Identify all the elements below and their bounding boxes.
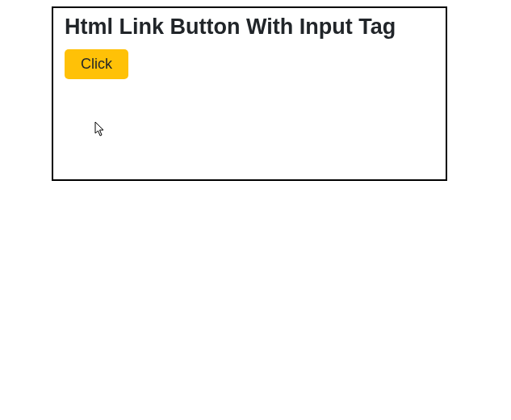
- demo-panel: Html Link Button With Input Tag: [52, 6, 447, 181]
- page-title: Html Link Button With Input Tag: [65, 13, 434, 41]
- click-button[interactable]: [65, 49, 128, 79]
